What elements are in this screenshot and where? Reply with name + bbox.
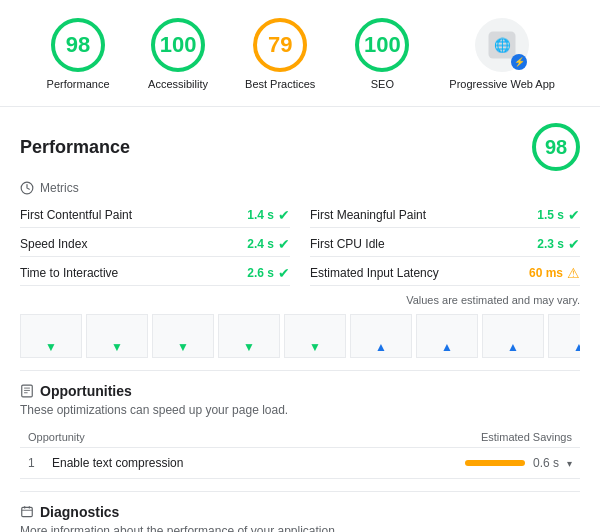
arrow-2: ▼ [111, 340, 123, 354]
arrow-9: ▲ [573, 340, 580, 354]
col-opportunity: Opportunity [28, 431, 85, 443]
metric-tti-check: ✔ [278, 265, 290, 281]
clock-icon [20, 181, 34, 195]
pwa-icon: 🌐 ⚡ [475, 18, 529, 72]
metric-fmp-check: ✔ [568, 207, 580, 223]
score-circle-best-practices: 79 [253, 18, 307, 72]
thumb-1: ▼ [20, 314, 82, 358]
metric-fcp-check: ✔ [278, 207, 290, 223]
score-card-pwa[interactable]: 🌐 ⚡ Progressive Web App [437, 12, 567, 96]
metric-tti: Time to Interactive 2.6 s ✔ [20, 261, 290, 286]
metric-fcp: First Contentful Paint 1.4 s ✔ [20, 203, 290, 228]
score-label-best-practices: Best Practices [245, 78, 315, 90]
metric-fmp-val: 1.5 s ✔ [537, 207, 580, 223]
metric-fci: First CPU Idle 2.3 s ✔ [310, 232, 580, 257]
arrow-8: ▲ [507, 340, 519, 354]
metric-fci-check: ✔ [568, 236, 580, 252]
thumb-3: ▼ [152, 314, 214, 358]
metric-fci-value: 2.3 s [537, 237, 564, 251]
metric-tti-name: Time to Interactive [20, 266, 118, 280]
savings-val-1: 0.6 s [533, 456, 559, 470]
col-savings: Estimated Savings [481, 431, 572, 443]
metric-eil-value: 60 ms [529, 266, 563, 280]
thumb-5: ▼ [284, 314, 346, 358]
score-card-performance[interactable]: 98 Performance [33, 12, 123, 96]
diagnostics-icon [20, 505, 34, 519]
thumb-9: ▲ [548, 314, 580, 358]
main-content: Performance 98 Metrics First Contentful … [0, 107, 600, 532]
metric-si-val: 2.4 s ✔ [247, 236, 290, 252]
metric-eil-warn: ⚠ [567, 265, 580, 281]
score-circle-performance: 98 [51, 18, 105, 72]
metric-tti-val: 2.6 s ✔ [247, 265, 290, 281]
opp-num-1: 1 [28, 456, 44, 470]
thumb-2: ▼ [86, 314, 148, 358]
score-card-best-practices[interactable]: 79 Best Practices [233, 12, 327, 96]
pwa-badge: ⚡ [511, 54, 527, 70]
metric-fcp-name: First Contentful Paint [20, 208, 132, 222]
thumb-7: ▲ [416, 314, 478, 358]
score-card-seo[interactable]: 100 SEO [337, 12, 427, 96]
metric-eil-name: Estimated Input Latency [310, 266, 439, 280]
metric-si-check: ✔ [278, 236, 290, 252]
opportunities-title: Opportunities [20, 383, 580, 399]
metrics-label: Metrics [40, 181, 79, 195]
metric-eil-val: 60 ms ⚠ [529, 265, 580, 281]
estimate-note: Values are estimated and may vary. [20, 294, 580, 306]
thumb-6: ▲ [350, 314, 412, 358]
metric-fci-name: First CPU Idle [310, 237, 385, 251]
performance-title-row: Performance 98 [20, 123, 580, 171]
opp-row-1[interactable]: 1 Enable text compression 0.6 s ▾ [20, 448, 580, 479]
opportunities-desc: These optimizations can speed up your pa… [20, 403, 580, 417]
metric-si-value: 2.4 s [247, 237, 274, 251]
metric-fcp-value: 1.4 s [247, 208, 274, 222]
arrow-4: ▼ [243, 340, 255, 354]
metric-fmp-name: First Meaningful Paint [310, 208, 426, 222]
svg-text:🌐: 🌐 [494, 37, 511, 54]
divider-1 [20, 370, 580, 371]
metrics-grid: First Contentful Paint 1.4 s ✔ First Mea… [20, 203, 580, 286]
savings-bar-1 [465, 460, 525, 466]
score-label-pwa: Progressive Web App [449, 78, 555, 90]
opp-chevron-1[interactable]: ▾ [567, 458, 572, 469]
score-label-performance: Performance [47, 78, 110, 90]
performance-title: Performance [20, 137, 130, 158]
score-label-accessibility: Accessibility [148, 78, 208, 90]
score-circle-accessibility: 100 [151, 18, 205, 72]
opportunities-icon [20, 384, 34, 398]
score-card-accessibility[interactable]: 100 Accessibility [133, 12, 223, 96]
score-label-seo: SEO [371, 78, 394, 90]
performance-big-score: 98 [532, 123, 580, 171]
svg-rect-3 [22, 385, 33, 397]
metrics-header: Metrics [20, 181, 580, 195]
score-circle-seo: 100 [355, 18, 409, 72]
divider-2 [20, 491, 580, 492]
diagnostics-title: Diagnostics [20, 504, 580, 520]
thumb-8: ▲ [482, 314, 544, 358]
svg-rect-7 [22, 507, 33, 516]
opportunities-title-text: Opportunities [40, 383, 132, 399]
metric-eil: Estimated Input Latency 60 ms ⚠ [310, 261, 580, 286]
metric-fcp-val: 1.4 s ✔ [247, 207, 290, 223]
opp-name-1: Enable text compression [52, 456, 457, 470]
metric-fmp: First Meaningful Paint 1.5 s ✔ [310, 203, 580, 228]
opp-right-1: 0.6 s ▾ [465, 456, 572, 470]
metric-fmp-value: 1.5 s [537, 208, 564, 222]
arrow-3: ▼ [177, 340, 189, 354]
diagnostics-desc: More information about the performance o… [20, 524, 580, 532]
opportunities-table-header: Opportunity Estimated Savings [20, 427, 580, 448]
arrow-6: ▲ [375, 340, 387, 354]
arrow-1: ▼ [45, 340, 57, 354]
metric-si: Speed Index 2.4 s ✔ [20, 232, 290, 257]
metric-si-name: Speed Index [20, 237, 87, 251]
metric-tti-value: 2.6 s [247, 266, 274, 280]
arrow-7: ▲ [441, 340, 453, 354]
thumb-4: ▼ [218, 314, 280, 358]
filmstrip: ▼ ▼ ▼ ▼ ▼ ▲ ▲ ▲ ▲ [20, 314, 580, 358]
arrow-5: ▼ [309, 340, 321, 354]
diagnostics-title-text: Diagnostics [40, 504, 119, 520]
metric-fci-val: 2.3 s ✔ [537, 236, 580, 252]
score-row: 98 Performance 100 Accessibility 79 Best… [0, 0, 600, 107]
